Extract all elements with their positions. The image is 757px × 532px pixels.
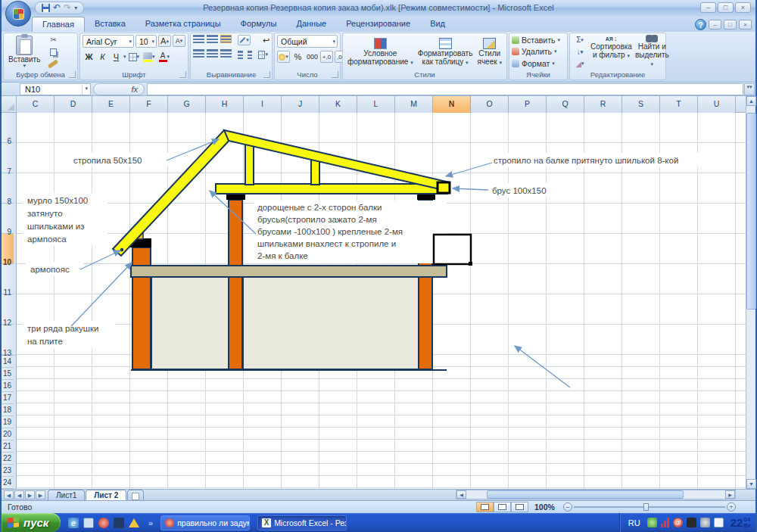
column-header[interactable]: E [92, 96, 130, 113]
insert-sheet-button[interactable] [127, 490, 144, 500]
format-as-table-button[interactable]: Форматировать как таблицу ▾ [416, 35, 475, 69]
ribbon-tab[interactable]: Данные [286, 17, 336, 32]
tray-signal-icon[interactable] [661, 518, 669, 527]
align-left-button[interactable] [193, 49, 204, 58]
redo-icon[interactable]: ↷ [64, 4, 71, 12]
accounting-format-button[interactable]: ▾ [277, 51, 290, 63]
column-header[interactable]: D [55, 96, 92, 113]
column-header[interactable]: Q [547, 96, 584, 113]
borders-button[interactable]: ▾ [127, 51, 142, 63]
row-header[interactable]: 8 [2, 173, 14, 204]
workbook-close-button[interactable]: × [739, 20, 752, 30]
arrow-brus[interactable] [453, 188, 488, 190]
prev-sheet-button[interactable]: ◀ [14, 490, 24, 499]
label-rakushka-line1[interactable]: три ряда ракушки [27, 324, 98, 333]
show-desktop-icon[interactable] [83, 518, 94, 528]
column-header[interactable]: M [395, 96, 433, 113]
restore-button[interactable]: □ [718, 2, 734, 13]
ribbon-tab[interactable]: Рецензирование [336, 17, 420, 32]
row-header[interactable]: 11 [2, 264, 14, 294]
sheet-tab-list2[interactable]: Лист 2 [86, 490, 126, 500]
underline-caret-icon[interactable]: ▾ [123, 54, 126, 59]
tray-document-icon[interactable] [714, 518, 724, 527]
column-header[interactable]: K [319, 96, 357, 113]
task-button-browser[interactable]: правильно ли задум... [160, 515, 250, 530]
merge-center-button[interactable]: ▾ [257, 49, 269, 60]
column-header[interactable]: P [509, 96, 547, 113]
select-all-button[interactable] [2, 96, 17, 113]
slab-shape[interactable] [131, 266, 447, 277]
label-beams-line1[interactable]: дорощеные с 2-х сторон балки [257, 203, 382, 212]
rafter-left-shape[interactable] [113, 130, 232, 256]
label-brus[interactable]: брус 100x150 [492, 186, 547, 195]
column-header[interactable]: F [130, 96, 168, 113]
normal-view-button[interactable] [476, 502, 494, 512]
column-header[interactable]: U [698, 96, 736, 113]
column-header[interactable]: T [660, 96, 698, 113]
label-murlo-line4[interactable]: армпояса [27, 235, 67, 244]
insert-cells-button[interactable]: Вставить▾ [512, 35, 565, 45]
font-color-button[interactable]: А ▾ [157, 51, 172, 63]
increase-decimal-button[interactable]: +,0 [320, 51, 333, 63]
column-header[interactable]: I [244, 96, 282, 113]
comma-style-button[interactable]: 000 [306, 51, 319, 63]
row-header[interactable]: 6 [2, 113, 14, 143]
name-box[interactable]: N10▾ [20, 83, 91, 95]
number-format-combo[interactable]: Общий▾ [277, 35, 338, 48]
insert-function-button[interactable]: fx [93, 83, 145, 95]
row-header[interactable]: 22 [2, 453, 14, 465]
row-header[interactable]: 19 [2, 416, 14, 428]
format-painter-button[interactable] [45, 58, 61, 69]
paste-button[interactable]: Вставить ▾ [6, 35, 42, 69]
align-bottom-button[interactable] [220, 35, 232, 43]
increase-indent-button[interactable] [248, 51, 253, 59]
autosum-button[interactable]: Σ▾ [572, 35, 587, 45]
delete-cells-button[interactable]: Удалить▾ [512, 46, 565, 57]
row-header[interactable]: 10 [2, 234, 14, 264]
browser-quicklaunch-icon[interactable]: e [68, 518, 79, 528]
scroll-up-button[interactable]: ▲ [746, 96, 756, 106]
sheet-tab-list1[interactable]: Лист1 [48, 490, 85, 500]
align-top-button[interactable] [193, 35, 204, 43]
opera-quicklaunch-icon[interactable] [98, 518, 109, 528]
save-icon[interactable] [42, 4, 50, 12]
label-beams-line2[interactable]: брусья(стропило зажато 2-мя [257, 215, 377, 224]
quick-launch-chevron-icon[interactable]: » [148, 518, 153, 527]
arrow-extra[interactable] [515, 346, 570, 387]
row-header[interactable]: 20 [2, 428, 14, 440]
column-header[interactable]: G [168, 96, 206, 113]
column-header[interactable]: C [17, 96, 55, 113]
rafter-right-shape[interactable] [224, 130, 450, 191]
orientation-button[interactable]: ▾ [238, 35, 251, 45]
row-header[interactable]: 7 [2, 143, 14, 173]
zoom-slider-handle[interactable] [643, 503, 649, 511]
label-rafters[interactable]: стропила 50x150 [73, 156, 142, 165]
scroll-right-button[interactable]: ▶ [725, 490, 735, 499]
align-center-button[interactable] [207, 49, 218, 58]
italic-button[interactable]: К [96, 51, 109, 63]
fill-button[interactable]: ↓▾ [572, 47, 587, 58]
underline-button[interactable]: Ч [110, 51, 123, 63]
zoom-slider-track[interactable] [574, 506, 725, 508]
language-indicator[interactable]: RU [628, 518, 640, 527]
app-quicklaunch-icon[interactable] [114, 518, 124, 528]
horizontal-scrollbar[interactable]: ◀ ▶ [456, 490, 736, 499]
row-header[interactable]: 15 [2, 368, 14, 380]
row-header[interactable]: 12 [2, 294, 14, 325]
label-beams-line3[interactable]: брусами -100x100 ) крепленые 2-мя [257, 227, 403, 236]
bold-button[interactable]: Ж [83, 51, 95, 63]
ribbon-tab[interactable]: Главная [32, 17, 85, 32]
clear-button[interactable]: ◢▾ [572, 58, 587, 69]
tray-volume-icon[interactable] [700, 518, 710, 527]
align-middle-button[interactable] [207, 35, 218, 43]
formula-input[interactable] [147, 83, 743, 95]
shrink-font-button[interactable]: А▾ [173, 35, 185, 47]
label-murlo-line3[interactable]: шпильками из [27, 222, 84, 231]
grow-font-button[interactable]: А▴ [158, 35, 171, 47]
zoom-out-button[interactable]: – [563, 502, 572, 512]
label-rafter-pin[interactable]: стропило на балке притянуто шпилькой 8-к… [494, 156, 678, 165]
start-button[interactable]: пуск [2, 513, 61, 532]
format-cells-button[interactable]: Формат▾ [512, 58, 565, 69]
cell-styles-button[interactable]: Стили ячеек ▾ [475, 35, 503, 69]
arrow-armopoyas[interactable] [80, 250, 120, 269]
